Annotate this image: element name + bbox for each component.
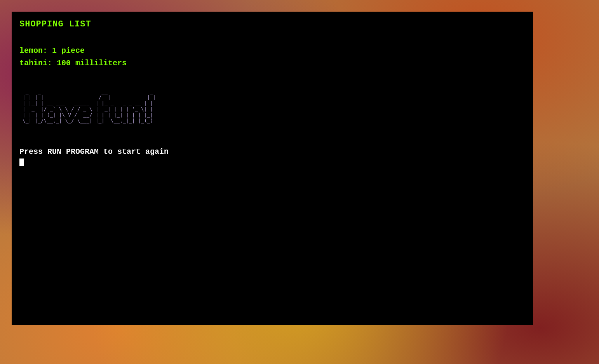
ascii-art-text: _ _ __ _ | | | | / _| | | | |_| | __ ___… (19, 89, 525, 124)
ascii-art-display: _ _ __ _ | | | | / _| | | | |_| | __ ___… (19, 89, 525, 124)
list-item: lemon: 1 piece (19, 45, 525, 57)
shopping-items-list: lemon: 1 piece tahini: 100 milliliters (19, 45, 525, 70)
list-item: tahini: 100 milliliters (19, 57, 525, 70)
press-run-text: Press RUN PROGRAM to start again (19, 147, 525, 156)
terminal-window: SHOPPING LIST lemon: 1 piece tahini: 100… (12, 12, 533, 325)
terminal-cursor (19, 158, 24, 166)
shopping-list-title: SHOPPING LIST (19, 19, 525, 29)
